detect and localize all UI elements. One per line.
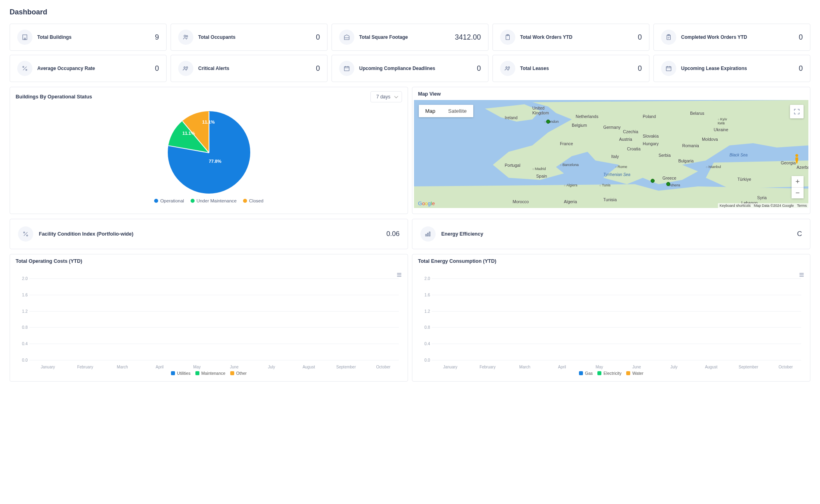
- kpi-label: Completed Work Orders YTD: [681, 34, 794, 40]
- svg-rect-32: [426, 234, 426, 236]
- chart-legend: GasElectricityWater: [418, 371, 804, 376]
- legend-item[interactable]: Utilities: [171, 371, 191, 376]
- group-icon: [178, 61, 193, 76]
- panel-fci: Facility Condition Index (Portfolio-wide…: [10, 219, 408, 249]
- building-icon: [17, 30, 32, 45]
- svg-rect-5: [24, 38, 26, 40]
- legend-item[interactable]: Maintenance: [195, 371, 225, 376]
- percent-icon: [18, 226, 33, 242]
- panel-energy-consumption: Total Energy Consumption (YTD) 0.00.40.8…: [412, 254, 810, 382]
- stat-value: C: [797, 230, 802, 238]
- svg-point-16: [184, 67, 185, 68]
- kpi-label: Upcoming Compliance Deadlines: [359, 66, 472, 71]
- x-tick: August: [693, 365, 730, 369]
- kpi-label: Total Buildings: [37, 34, 150, 40]
- map-footer: Keyboard shortcuts Map Data ©2024 Google…: [718, 203, 808, 208]
- stat-label: Energy Efficiency: [441, 231, 792, 237]
- x-tick: January: [29, 365, 66, 369]
- energy-consumption-chart: 0.00.40.81.21.62.0: [418, 269, 804, 365]
- panel-title: Total Operating Costs (YTD): [16, 258, 82, 264]
- x-axis: JanuaryFebruaryMarchAprilMayJuneJulyAugu…: [418, 365, 804, 369]
- x-tick: March: [104, 365, 141, 369]
- gauge-icon: [420, 226, 436, 242]
- y-tick: 2.0: [17, 276, 28, 281]
- streetview-pegman[interactable]: [790, 152, 804, 166]
- legend-item[interactable]: Closed: [243, 198, 263, 203]
- y-tick: 1.6: [420, 292, 430, 297]
- map-terms-link[interactable]: Terms: [797, 204, 807, 208]
- panel-energy-efficiency: Energy Efficiency C: [412, 219, 810, 249]
- x-tick: September: [328, 365, 365, 369]
- map-marker[interactable]: [546, 120, 550, 124]
- y-tick: 0.0: [420, 358, 430, 362]
- map-view[interactable]: Map Satellite + − IrelandUnitedKingdomNe…: [414, 100, 808, 208]
- stat-value: 0.06: [386, 230, 400, 238]
- kpi-card-work-orders-ytd[interactable]: Total Work Orders YTD0: [492, 24, 649, 51]
- svg-point-28: [796, 154, 798, 157]
- panel-title: Buildings By Operational Status: [16, 94, 92, 100]
- map-shortcuts-link[interactable]: Keyboard shortcuts: [720, 204, 751, 208]
- kpi-label: Average Occupancy Rate: [37, 66, 150, 71]
- kpi-card-critical-alerts[interactable]: Critical Alerts0: [171, 55, 328, 82]
- legend-item[interactable]: Water: [626, 371, 643, 376]
- map-type-switch: Map Satellite: [419, 105, 473, 117]
- svg-rect-24: [666, 67, 671, 71]
- svg-rect-33: [428, 233, 428, 236]
- legend-item[interactable]: Operational: [154, 198, 184, 203]
- map-type-map[interactable]: Map: [419, 105, 442, 117]
- svg-point-6: [184, 35, 186, 37]
- x-tick: May: [581, 365, 618, 369]
- kpi-label: Total Occupants: [198, 34, 311, 40]
- calendar-icon: [661, 61, 676, 76]
- svg-rect-0: [23, 35, 27, 40]
- zoom-out-button[interactable]: −: [792, 187, 804, 198]
- kpi-grid: Total Buildings9Total Occupants0Total Sq…: [10, 24, 810, 82]
- kpi-card-compliance[interactable]: Upcoming Compliance Deadlines0: [332, 55, 488, 82]
- pie-legend: OperationalUnder MaintenanceClosed: [154, 198, 263, 203]
- pie-slice-label: 77.8%: [209, 159, 221, 164]
- kpi-card-total-buildings[interactable]: Total Buildings9: [10, 24, 167, 51]
- kpi-label: Total Leases: [520, 66, 633, 71]
- kpi-value: 0: [638, 33, 642, 42]
- chart-legend: UtilitiesMaintenanceOther: [16, 371, 402, 376]
- fullscreen-button[interactable]: [790, 105, 804, 118]
- y-tick: 1.2: [420, 309, 430, 313]
- kpi-card-lease-expirations[interactable]: Upcoming Lease Expirations0: [653, 55, 810, 82]
- page-title: Dashboard: [10, 8, 810, 16]
- calendar-icon: [339, 61, 354, 76]
- kpi-value: 0: [155, 64, 159, 73]
- kpi-value: 9: [155, 33, 159, 42]
- svg-point-14: [23, 66, 24, 68]
- x-tick: June: [618, 365, 655, 369]
- kpi-card-total-sqft[interactable]: Total Square Footage3412.00: [332, 24, 488, 51]
- legend-item[interactable]: Under Maintenance: [191, 198, 237, 203]
- svg-line-13: [23, 67, 27, 70]
- kpi-label: Upcoming Lease Expirations: [681, 66, 794, 71]
- zoom-in-button[interactable]: +: [792, 176, 804, 187]
- kpi-value: 0: [316, 64, 320, 73]
- y-tick: 0.4: [17, 342, 28, 346]
- kpi-card-total-leases[interactable]: Total Leases0: [492, 55, 649, 82]
- clipboard-check-icon: [661, 30, 676, 45]
- google-logo: Google: [418, 200, 435, 206]
- kpi-card-total-occupants[interactable]: Total Occupants0: [171, 24, 328, 51]
- map-type-satellite[interactable]: Satellite: [442, 105, 473, 117]
- kpi-card-completed-wo-ytd[interactable]: Completed Work Orders YTD0: [653, 24, 810, 51]
- legend-item[interactable]: Other: [230, 371, 247, 376]
- group-icon: [500, 61, 515, 76]
- clipboard-icon: [500, 30, 515, 45]
- operating-costs-chart: 0.00.40.81.21.62.0: [16, 269, 402, 365]
- stat-label: Facility Condition Index (Portfolio-wide…: [39, 231, 381, 237]
- y-tick: 0.8: [17, 325, 28, 330]
- legend-item[interactable]: Gas: [579, 371, 593, 376]
- x-tick: August: [290, 365, 328, 369]
- range-select[interactable]: 7 days: [370, 91, 402, 102]
- panel-title: Map View: [418, 91, 441, 97]
- svg-point-31: [26, 235, 28, 236]
- panel-operating-costs: Total Operating Costs (YTD) 0.00.40.81.2…: [10, 254, 408, 382]
- kpi-value: 0: [799, 33, 803, 42]
- legend-item[interactable]: Electricity: [597, 371, 621, 376]
- x-tick: April: [543, 365, 581, 369]
- kpi-label: Total Square Footage: [359, 34, 450, 40]
- kpi-card-avg-occupancy[interactable]: Average Occupancy Rate0: [10, 55, 167, 82]
